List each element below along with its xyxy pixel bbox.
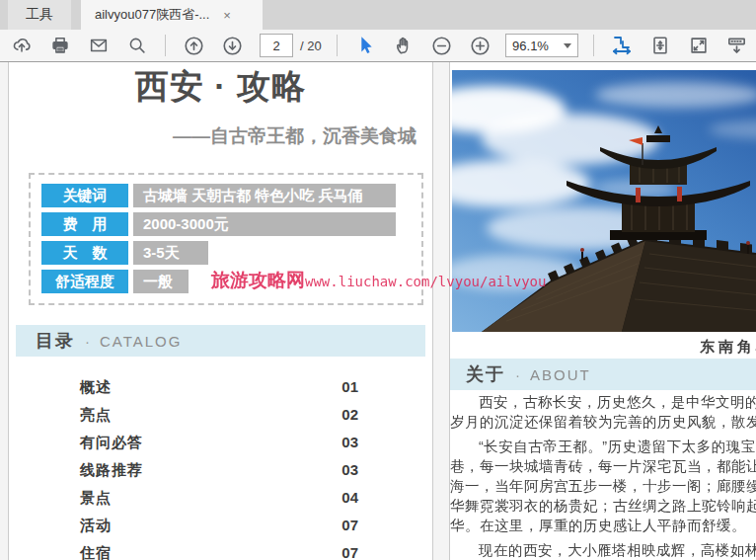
fullscreen-button[interactable] <box>684 33 713 58</box>
catalog-item: 景点 04 <box>9 485 432 513</box>
select-tool-button[interactable] <box>351 33 380 58</box>
tab-bar: 工具 ailvyou077陕西省-... × <box>0 0 756 30</box>
hand-tool-icon <box>393 35 415 56</box>
fit-width-button[interactable] <box>608 33 637 58</box>
catalog-item: 住宿 07 <box>9 540 432 560</box>
search-button[interactable] <box>123 33 152 58</box>
info-value: 一般 <box>133 270 189 293</box>
info-label: 天 数 <box>41 241 128 265</box>
info-value: 3-5天 <box>133 241 208 265</box>
pdf-page-right: 东南角楼 关于 · ABOUT 西安，古称长安，历史悠久，是中华文明的发扬地，历… <box>449 62 756 560</box>
pdf-page-left: 西安 · 攻略 ——自古帝王都，沉香美食城 关键词 古城墙 天朝古都 特色小吃 … <box>8 62 433 560</box>
expand-icon <box>688 35 710 56</box>
info-value: 2000-3000元 <box>133 212 396 236</box>
tab-document-label: ailvyou077陕西省-... <box>95 6 209 24</box>
info-row-cost: 费 用 2000-3000元 <box>41 212 421 236</box>
toolbar-separator <box>593 35 594 56</box>
envelope-icon <box>88 35 110 56</box>
pdf-viewer-window: 工具 ailvyou077陕西省-... × <box>0 0 756 560</box>
tab-document[interactable]: ailvyou077陕西省-... × <box>81 0 263 30</box>
page-number-input[interactable] <box>260 34 293 57</box>
about-title-zh: 关于 <box>466 362 505 386</box>
catalog-item: 有问必答 03 <box>9 430 432 457</box>
catalog-title-zh: 目录 <box>36 329 75 353</box>
watermark-site-name: 旅游攻略网 <box>211 269 305 290</box>
catalog-title-en: CATALOG <box>100 333 182 350</box>
catalog-item: 概述 01 <box>9 374 432 402</box>
previous-page-button[interactable] <box>180 33 208 58</box>
about-title-en: ABOUT <box>530 366 591 383</box>
cursor-arrow-icon <box>354 35 376 56</box>
share-button[interactable] <box>8 33 37 58</box>
plus-circle-icon <box>469 35 491 57</box>
info-label: 费 用 <box>41 212 128 236</box>
minus-circle-icon <box>430 35 453 57</box>
fit-page-button[interactable] <box>645 33 674 58</box>
dot-separator: · <box>85 333 90 350</box>
printer-icon <box>49 35 71 56</box>
zoom-level-dropdown[interactable]: 96.1% <box>505 34 578 57</box>
info-label: 关键词 <box>41 184 128 207</box>
main-toolbar: / 20 96.1% <box>0 30 756 62</box>
fit-width-icon <box>610 34 634 57</box>
about-paragraph: 西安，古称长安，历史悠久，是中华文明的发扬地，历 岁月的沉淀还保留着较为完善的历… <box>450 392 756 432</box>
about-section-header: 关于 · ABOUT <box>450 359 756 390</box>
zoom-level-value: 96.1% <box>512 39 549 53</box>
print-button[interactable] <box>46 33 75 58</box>
arrow-up-circle-icon <box>183 35 205 57</box>
info-row-keywords: 关键词 古城墙 天朝古都 特色小吃 兵马俑 <box>41 184 421 207</box>
photo-caption: 东南角楼 <box>700 338 756 357</box>
document-viewport[interactable]: 西安 · 攻略 ——自古帝王都，沉香美食城 关键词 古城墙 天朝古都 特色小吃 … <box>0 62 756 560</box>
info-value: 古城墙 天朝古都 特色小吃 兵马俑 <box>133 184 396 207</box>
page-total-label: / 20 <box>300 39 322 53</box>
catalog-item: 亮点 02 <box>9 402 432 430</box>
zoom-out-button[interactable] <box>427 33 456 58</box>
fit-page-icon <box>649 35 671 56</box>
info-label: 舒适程度 <box>41 270 128 293</box>
hand-tool-button[interactable] <box>390 33 418 58</box>
hide-toolbar-button[interactable] <box>722 33 751 58</box>
close-icon[interactable]: × <box>223 9 231 22</box>
collapse-toolbar-icon <box>725 35 748 57</box>
watermark-url: www.liuchaw.com/lvyou/ailvyou <box>305 274 546 289</box>
arrow-down-circle-icon <box>221 35 244 57</box>
toolbar-separator <box>337 35 338 56</box>
zoom-in-button[interactable] <box>466 33 494 58</box>
tab-tools[interactable]: 工具 <box>8 0 71 30</box>
page-subtitle: ——自古帝王都，沉香美食城 <box>173 123 416 149</box>
page-title: 西安 · 攻略 <box>9 64 432 110</box>
info-row-days: 天 数 3-5天 <box>41 241 421 265</box>
cloud-upload-icon <box>11 35 33 56</box>
toolbar-separator <box>165 35 166 56</box>
site-watermark: 旅游攻略网www.liuchaw.com/lvyou/ailvyou <box>211 268 546 293</box>
catalog-item: 活动 07 <box>9 513 432 540</box>
catalog-section-header: 目录 · CATALOG <box>16 325 425 357</box>
tab-tools-label: 工具 <box>26 6 53 24</box>
email-button[interactable] <box>85 33 113 58</box>
about-paragraph: “长安自古帝王都。”历史遗留下太多的瑰宝，似乎每 巷，每一块城墙青砖，每一片深宅… <box>450 437 756 535</box>
catalog-item: 线路推荐 03 <box>9 457 432 485</box>
chevron-down-icon <box>564 43 571 48</box>
about-paragraphs: 西安，古称长安，历史悠久，是中华文明的发扬地，历 岁月的沉淀还保留着较为完善的历… <box>450 392 756 560</box>
dot-separator: · <box>515 366 520 383</box>
catalog-list: 概述 01 亮点 02 有问必答 03 线路推荐 03 景点 04 <box>9 374 432 560</box>
magnifier-icon <box>126 35 148 56</box>
next-page-button[interactable] <box>218 33 247 58</box>
about-paragraph: 现在的西安，大小雁塔相映成辉，高楼如林，现代化高 已成为西北的中心城市。街头各种… <box>450 540 756 560</box>
